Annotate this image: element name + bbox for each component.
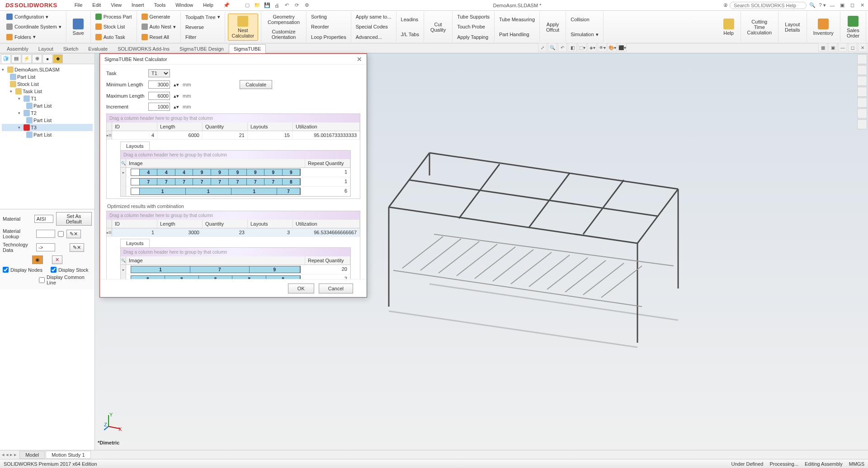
max-length-input[interactable] bbox=[148, 92, 170, 100]
min-length-input[interactable] bbox=[148, 80, 170, 89]
taskpane-view-icon[interactable] bbox=[857, 87, 867, 97]
hide-show-icon[interactable]: 👁▾ bbox=[598, 43, 607, 52]
leadins-button[interactable]: Leadins bbox=[399, 16, 421, 23]
help-button[interactable]: Help bbox=[720, 17, 738, 38]
process-part-button[interactable]: Process Part bbox=[94, 13, 134, 20]
taskpane-explorer-icon[interactable] bbox=[857, 76, 867, 86]
geom-comp-button[interactable]: Geometry Compensation bbox=[264, 12, 303, 27]
dialog-titlebar[interactable]: SigmaTUBE Nest Calculator ✕ bbox=[100, 54, 367, 65]
tab-sigmatube-design[interactable]: SigmaTUBE Design bbox=[175, 44, 229, 53]
config-tab-icon[interactable]: ⚡ bbox=[22, 54, 32, 63]
optimized-grid[interactable]: Drag a column header here to group by th… bbox=[106, 211, 360, 279]
loop-props-button[interactable]: Loop Properties bbox=[309, 34, 348, 40]
qat-save-icon[interactable]: 💾 bbox=[263, 2, 271, 9]
motion-study-tab[interactable]: Motion Study 1 bbox=[46, 451, 90, 459]
auto-nest-button[interactable]: Auto Nest▾ bbox=[140, 23, 178, 30]
zoom-area-icon[interactable]: 🔍 bbox=[548, 43, 557, 52]
appearance-icon[interactable]: 🎨▾ bbox=[608, 43, 617, 52]
task-select[interactable]: T1 bbox=[148, 69, 170, 77]
tab-evaluate[interactable]: Evaluate bbox=[83, 44, 113, 53]
menu-file[interactable]: File bbox=[70, 1, 87, 9]
ok-button[interactable]: OK bbox=[288, 284, 314, 293]
auto-task-button[interactable]: Auto Task bbox=[94, 33, 134, 41]
qat-open-icon[interactable]: 📁 bbox=[253, 2, 261, 9]
dialog-close-icon[interactable]: ✕ bbox=[357, 56, 362, 63]
qat-print-icon[interactable]: 🖨 bbox=[273, 2, 281, 9]
feature-tree[interactable]: ▾DemoAsm.SLDASM Part List Stock List ▾Ta… bbox=[0, 64, 94, 209]
apply-same-button[interactable]: Apply same to... bbox=[354, 14, 393, 20]
menu-edit[interactable]: Edit bbox=[88, 1, 105, 9]
generate-button[interactable]: Generate bbox=[140, 13, 178, 20]
toolpath-tree-button[interactable]: Toolpath Tree▾ bbox=[184, 14, 222, 20]
menu-window[interactable]: Window bbox=[171, 1, 198, 9]
lookup-input[interactable] bbox=[36, 230, 55, 238]
config-button[interactable]: Configuration▾ bbox=[5, 13, 63, 20]
increment-input[interactable] bbox=[148, 103, 170, 111]
window-cascade-icon[interactable]: ▣ bbox=[828, 43, 837, 52]
status-units[interactable]: MMGS bbox=[849, 461, 864, 467]
apply-offcut-button[interactable]: Apply Offcut bbox=[542, 20, 563, 34]
tech-input[interactable] bbox=[36, 243, 55, 251]
sales-order-button[interactable]: Sales Order bbox=[843, 14, 863, 40]
section-icon[interactable]: ◧ bbox=[568, 43, 577, 52]
layout-row[interactable]: 11176 bbox=[121, 187, 350, 196]
taskpane-appear-icon[interactable] bbox=[857, 98, 867, 108]
layout-details-button[interactable]: Layout Details bbox=[781, 20, 804, 34]
stock-list-button[interactable]: Stock List bbox=[94, 23, 134, 30]
save-button[interactable]: Save bbox=[69, 17, 88, 38]
reset-all-button[interactable]: Reset All bbox=[140, 33, 178, 41]
delete-button[interactable]: ✕ bbox=[52, 255, 62, 264]
display-stock-checkbox[interactable] bbox=[51, 267, 57, 273]
model-tab[interactable]: Model bbox=[19, 451, 45, 459]
cancel-button[interactable]: Cancel bbox=[319, 284, 353, 293]
doc-close-icon[interactable]: ✕ bbox=[858, 43, 867, 52]
reverse-button[interactable]: Reverse bbox=[184, 24, 222, 30]
lookup-erase-button[interactable]: ✎✕ bbox=[66, 230, 81, 238]
advanced-button[interactable]: Advanced... bbox=[354, 34, 393, 40]
qat-undo-icon[interactable]: ↶ bbox=[283, 2, 291, 9]
simulation-button[interactable]: Simulation▾ bbox=[569, 31, 600, 38]
minimize-icon[interactable]: — bbox=[828, 2, 836, 9]
special-codes-button[interactable]: Special Codes bbox=[354, 24, 393, 30]
property-tab-icon[interactable]: ▤ bbox=[11, 54, 21, 63]
pin-icon[interactable]: 📌 bbox=[219, 1, 234, 9]
layout-row[interactable]: 7777777781 bbox=[121, 177, 350, 187]
sorting-button[interactable]: Sorting bbox=[309, 14, 348, 20]
prev-view-icon[interactable]: ↶ bbox=[558, 43, 567, 52]
scene-icon[interactable]: ⬛▾ bbox=[618, 43, 627, 52]
tab-sigmatube[interactable]: SigmaTUBE bbox=[229, 44, 266, 53]
layout-row[interactable]: ▸4449999991 bbox=[121, 168, 350, 177]
menu-view[interactable]: View bbox=[106, 1, 126, 9]
jl-tabs-button[interactable]: J/L Tabs bbox=[399, 31, 421, 38]
tab-sketch[interactable]: Sketch bbox=[58, 44, 84, 53]
row-expand-icon[interactable]: ▸⊟ bbox=[107, 131, 112, 139]
inventory-button[interactable]: Inventory bbox=[810, 17, 837, 38]
feature-tree-tab-icon[interactable]: 🧊 bbox=[1, 54, 11, 63]
tube-supports-button[interactable]: Tube Supports bbox=[455, 14, 491, 20]
apply-tapping-button[interactable]: Apply Tapping bbox=[455, 34, 491, 40]
sigma-tab-icon[interactable]: ◆ bbox=[53, 54, 63, 63]
doc-max-icon[interactable]: ◻ bbox=[848, 43, 857, 52]
zoom-fit-icon[interactable]: ⤢ bbox=[538, 43, 547, 52]
menu-tools[interactable]: Tools bbox=[150, 1, 170, 9]
layout-row[interactable]: 888882 bbox=[121, 274, 350, 279]
taskpane-forum-icon[interactable] bbox=[857, 119, 867, 129]
calculate-button[interactable]: Calculate bbox=[240, 80, 272, 89]
qat-options-icon[interactable]: ⚙ bbox=[303, 2, 311, 9]
layouts-tab[interactable]: Layouts bbox=[120, 142, 150, 150]
tab-assembly[interactable]: Assembly bbox=[2, 44, 33, 53]
cutting-time-button[interactable]: Cutting Time Calculation bbox=[744, 17, 775, 37]
cut-quality-button[interactable]: Cut Quality bbox=[427, 20, 449, 34]
customize-orient-button[interactable]: Customize Orientation bbox=[264, 27, 303, 42]
results-grid[interactable]: Drag a column header here to group by th… bbox=[106, 113, 360, 199]
taskpane-home-icon[interactable] bbox=[857, 54, 867, 64]
coordsys-button[interactable]: Coordinate System▾ bbox=[5, 23, 63, 30]
filter-button[interactable]: Filter bbox=[184, 34, 222, 40]
tech-erase-button[interactable]: ✎✕ bbox=[70, 243, 84, 252]
maximize-icon[interactable]: ◻ bbox=[848, 2, 856, 9]
menu-help[interactable]: Help bbox=[198, 1, 218, 9]
taskpane-props-icon[interactable] bbox=[857, 109, 867, 118]
layout-row[interactable]: ▸17920 bbox=[121, 265, 350, 274]
search-input[interactable] bbox=[730, 2, 807, 9]
apply-button[interactable]: ◉ bbox=[32, 255, 43, 264]
